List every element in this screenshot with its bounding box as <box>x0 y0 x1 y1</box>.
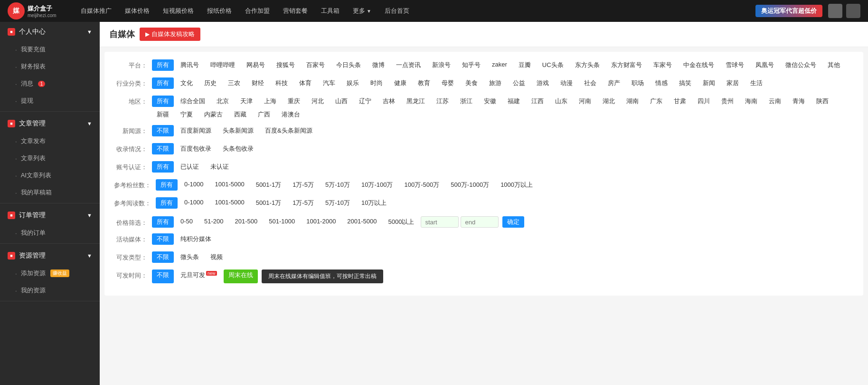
nav-item[interactable]: 短视频价格 <box>156 0 200 22</box>
tag-美食[interactable]: 美食 <box>461 77 482 89</box>
tag-不限[interactable]: 不限 <box>152 233 174 245</box>
tag-汽车[interactable]: 汽车 <box>318 77 340 89</box>
tag-宁夏[interactable]: 宁夏 <box>176 109 198 120</box>
tag-所有[interactable]: 所有 <box>156 179 178 191</box>
sidebar-item-我要充值[interactable]: · 我要充值 <box>0 41 100 58</box>
tag-搜狐号[interactable]: 搜狐号 <box>272 59 300 71</box>
tag-所有[interactable]: 所有 <box>152 216 174 228</box>
tag-1001-2000[interactable]: 1001-2000 <box>302 216 340 228</box>
nav-banner[interactable]: 奥运冠军代言超低价 <box>755 5 822 17</box>
nav-item[interactable]: 合作加盟 <box>238 0 276 22</box>
tag-zaker[interactable]: zaker <box>487 59 512 71</box>
tag-weekend-online[interactable]: 周末在线 <box>224 270 258 283</box>
tag-所有[interactable]: 所有 <box>152 96 174 107</box>
tag-1001-5000[interactable]: 1001-5000 <box>210 179 249 191</box>
tag-网易号[interactable]: 网易号 <box>242 59 270 71</box>
sidebar-item-文章发布[interactable]: · 文章发布 <box>0 133 100 150</box>
tag-500万-1000万[interactable]: 500万-1000万 <box>446 179 494 191</box>
tag-0-1000[interactable]: 0-1000 <box>179 197 208 209</box>
tag-河南[interactable]: 河南 <box>574 96 596 107</box>
tag-黑龙江[interactable]: 黑龙江 <box>402 96 430 107</box>
tag-1001-5000[interactable]: 1001-5000 <box>210 197 249 209</box>
sidebar-item-文章列表[interactable]: · 文章列表 <box>0 150 100 167</box>
tag-西藏[interactable]: 西藏 <box>229 109 251 120</box>
nav-item[interactable]: 更多 ▼ <box>346 0 378 22</box>
tag-内蒙古[interactable]: 内蒙古 <box>199 109 227 120</box>
tag-港澳台[interactable]: 港澳台 <box>277 109 305 120</box>
tag-百度&头条新闻源[interactable]: 百度&头条新闻源 <box>260 125 317 136</box>
tag-江西[interactable]: 江西 <box>527 96 548 107</box>
tag-UC头条[interactable]: UC头条 <box>538 59 568 71</box>
tag-文化[interactable]: 文化 <box>176 77 198 89</box>
tag-综合全国[interactable]: 综合全国 <box>176 96 210 107</box>
tag-一点资讯[interactable]: 一点资讯 <box>391 59 425 71</box>
tag-新疆[interactable]: 新疆 <box>152 109 174 120</box>
sidebar-item-我的订单[interactable]: · 我的订单 <box>0 224 100 241</box>
tag-不限[interactable]: 不限 <box>152 143 174 154</box>
tag-甘肃[interactable]: 甘肃 <box>669 96 691 107</box>
tag-上海[interactable]: 上海 <box>259 96 281 107</box>
tag-时尚[interactable]: 时尚 <box>366 77 387 89</box>
tag-山西[interactable]: 山西 <box>330 96 352 107</box>
tag-辽宁[interactable]: 辽宁 <box>354 96 376 107</box>
tag-健康[interactable]: 健康 <box>389 77 411 89</box>
tag-微博[interactable]: 微博 <box>368 59 389 71</box>
tag-5000以上[interactable]: 5000以上 <box>384 216 419 228</box>
tag-已认证[interactable]: 已认证 <box>176 161 204 173</box>
tag-百家号[interactable]: 百家号 <box>302 59 330 71</box>
price-confirm-button[interactable]: 确定 <box>502 216 524 228</box>
tag-新闻[interactable]: 新闻 <box>698 77 720 89</box>
page-button[interactable]: ▶ 自媒体发稿攻略 <box>140 28 200 41</box>
tag-501-1000[interactable]: 501-1000 <box>264 216 300 228</box>
sidebar-section-order[interactable]: ■ 订单管理 ▼ <box>0 205 100 224</box>
sidebar-item-财务报表[interactable]: · 财务报表 <box>0 58 100 75</box>
tag-生活[interactable]: 生活 <box>745 77 767 89</box>
tag-腾讯号[interactable]: 腾讯号 <box>176 59 204 71</box>
nav-item[interactable]: 营销套餐 <box>276 0 314 22</box>
tag-微信公众号[interactable]: 微信公众号 <box>781 59 821 71</box>
tag-体育[interactable]: 体育 <box>294 77 316 89</box>
sidebar-item-我的资源[interactable]: · 我的资源 <box>0 282 100 299</box>
tag-广西[interactable]: 广西 <box>253 109 275 120</box>
tag-河北[interactable]: 河北 <box>307 96 329 107</box>
tag-不限[interactable]: 不限 <box>152 270 174 283</box>
tag-公益[interactable]: 公益 <box>508 77 530 89</box>
tag-母婴[interactable]: 母婴 <box>437 77 459 89</box>
tag-不限[interactable]: 不限 <box>152 251 174 263</box>
sidebar-item-我的草稿箱[interactable]: · 我的草稿箱 <box>0 184 100 201</box>
tag-0-50[interactable]: 0-50 <box>176 216 198 228</box>
nav-item[interactable]: 报纸价格 <box>200 0 238 22</box>
tag-10万以上[interactable]: 10万以上 <box>357 197 391 209</box>
tag-社会[interactable]: 社会 <box>579 77 601 89</box>
tag-未认证[interactable]: 未认证 <box>206 161 234 173</box>
sidebar-section-article[interactable]: ■ 文章管理 ▼ <box>0 114 100 133</box>
tag-5万-10万[interactable]: 5万-10万 <box>321 197 355 209</box>
tag-吉林[interactable]: 吉林 <box>378 96 400 107</box>
tag-视频[interactable]: 视频 <box>206 251 227 263</box>
tag-微头条[interactable]: 微头条 <box>176 251 204 263</box>
tag-头条包收录[interactable]: 头条包收录 <box>218 143 258 154</box>
tag-浙江[interactable]: 浙江 <box>455 96 477 107</box>
tag-中金在线号[interactable]: 中金在线号 <box>679 59 719 71</box>
tag-5001-1万[interactable]: 5001-1万 <box>251 197 286 209</box>
tag-三农[interactable]: 三农 <box>223 77 245 89</box>
tag-安徽[interactable]: 安徽 <box>479 96 501 107</box>
tag-湖北[interactable]: 湖北 <box>598 96 620 107</box>
tag-知乎号[interactable]: 知乎号 <box>457 59 485 71</box>
tag-贵州[interactable]: 贵州 <box>717 96 738 107</box>
sidebar-item-消息[interactable]: · 消息1 <box>0 75 100 92</box>
tag-天津[interactable]: 天津 <box>236 96 257 107</box>
tag-财经[interactable]: 财经 <box>247 77 269 89</box>
tag-纯积分媒体[interactable]: 纯积分媒体 <box>176 233 216 245</box>
tag-51-200[interactable]: 51-200 <box>199 216 228 228</box>
sidebar-section-resource[interactable]: ■ 资源管理 ▼ <box>0 246 100 265</box>
tag-5万-10万[interactable]: 5万-10万 <box>321 179 355 191</box>
tag-陕西[interactable]: 陕西 <box>811 96 833 107</box>
tag-科技[interactable]: 科技 <box>271 77 292 89</box>
tag-四川[interactable]: 四川 <box>693 96 715 107</box>
tag-5001-1万[interactable]: 5001-1万 <box>251 179 286 191</box>
tag-所有[interactable]: 所有 <box>156 197 178 209</box>
tag-福建[interactable]: 福建 <box>503 96 525 107</box>
tag-广东[interactable]: 广东 <box>645 96 667 107</box>
tag-百度包收录[interactable]: 百度包收录 <box>176 143 216 154</box>
